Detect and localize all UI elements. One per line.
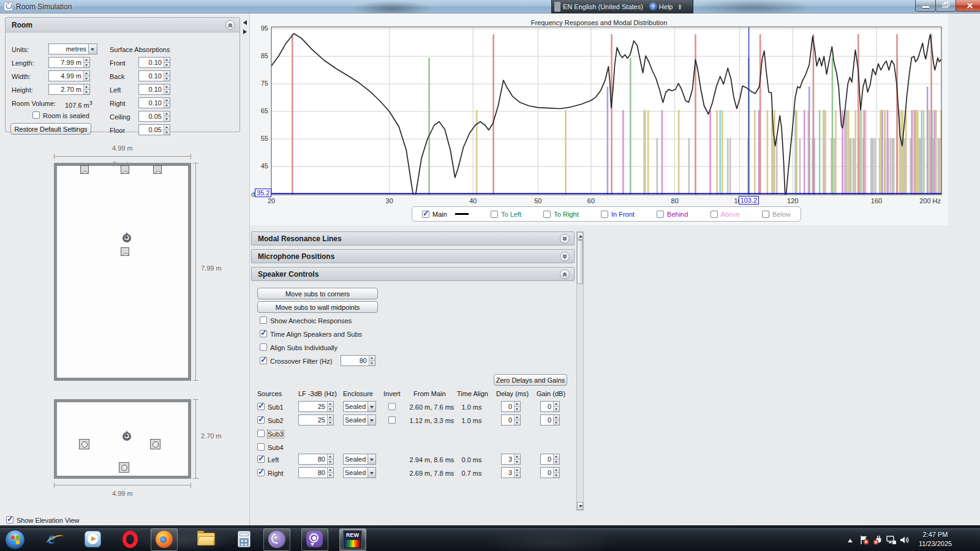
- sub4-enable-checkbox[interactable]: [257, 443, 265, 451]
- legend-item-to-right[interactable]: To Right: [543, 211, 578, 218]
- taskbar-clock[interactable]: 2:47 PM 11/23/2025: [909, 530, 962, 549]
- sub2-lf-input[interactable]: 25: [298, 414, 334, 425]
- elevation-right-speaker-icon[interactable]: [150, 439, 160, 449]
- right-lf-input[interactable]: 80: [298, 467, 334, 478]
- length-input[interactable]: 7.99 m: [48, 57, 90, 68]
- left-gain-input[interactable]: 0: [540, 454, 560, 465]
- width-input[interactable]: 4.99 m: [48, 70, 90, 81]
- file-explorer-icon[interactable]: [197, 531, 215, 546]
- frequency-response-chart[interactable]: Frequency Responses and Modal Distributi…: [250, 17, 948, 207]
- title-bar[interactable]: Room Simulation EN English (United State…: [0, 0, 980, 13]
- scrollbar-thumb[interactable]: [577, 240, 583, 284]
- center-speaker-icon[interactable]: [121, 165, 129, 174]
- minimize-button[interactable]: [915, 0, 936, 12]
- legend-checkbox[interactable]: [543, 211, 551, 218]
- sub2-delay-input[interactable]: 0: [501, 414, 521, 425]
- section-speaker-controls[interactable]: Speaker Controls: [251, 267, 575, 281]
- legend-item-above[interactable]: Above: [710, 211, 740, 218]
- legend-item-main[interactable]: Main: [422, 211, 469, 218]
- language-options-icon[interactable]: ▲▼: [677, 4, 682, 10]
- left-delay-input[interactable]: 3: [501, 454, 521, 465]
- legend-checkbox[interactable]: [762, 211, 769, 218]
- close-button[interactable]: [956, 0, 980, 12]
- move-subs-midpoints-button[interactable]: Move subs to wall midpoints: [257, 301, 378, 313]
- viber-icon[interactable]: [306, 531, 323, 547]
- absorption-front-input[interactable]: 0.10: [138, 57, 170, 68]
- legend-checkbox[interactable]: [422, 211, 429, 218]
- language-bar-grip[interactable]: [554, 2, 560, 12]
- legend-checkbox[interactable]: [491, 211, 498, 218]
- legend-checkbox[interactable]: [601, 211, 608, 218]
- legend-item-in-front[interactable]: In Front: [601, 211, 635, 218]
- sub1-invert-checkbox[interactable]: [388, 403, 396, 410]
- sub1-enable-checkbox[interactable]: [257, 403, 265, 410]
- right-speaker-icon[interactable]: [153, 165, 162, 174]
- move-subs-corners-button[interactable]: Move subs to corners: [257, 288, 378, 299]
- legend-item-below[interactable]: Below: [762, 211, 791, 218]
- language-help-label[interactable]: Help: [659, 3, 673, 10]
- rew-icon[interactable]: REW V5.1: [343, 530, 362, 549]
- section-microphone-positions[interactable]: Microphone Positions: [251, 249, 575, 263]
- help-icon[interactable]: ?: [649, 2, 657, 10]
- sub1-delay-input[interactable]: 0: [501, 401, 521, 412]
- show-elevation-checkbox[interactable]: [6, 516, 13, 523]
- height-input[interactable]: 2.70 m: [48, 84, 90, 95]
- sub-speaker-icon[interactable]: [121, 247, 129, 256]
- legend-item-behind[interactable]: Behind: [657, 211, 688, 218]
- start-button[interactable]: [5, 530, 25, 550]
- sub2-invert-checkbox[interactable]: [388, 416, 396, 424]
- right-delay-input[interactable]: 3: [501, 467, 521, 478]
- sub2-enclosure-select[interactable]: Sealed: [343, 414, 376, 425]
- network-icon[interactable]: [886, 534, 897, 545]
- legend-checkbox[interactable]: [657, 211, 664, 218]
- expand-section-icon[interactable]: [560, 234, 570, 244]
- absorption-right-input[interactable]: 0.10: [138, 97, 170, 108]
- legend-checkbox[interactable]: [710, 211, 718, 218]
- bittorrent-icon[interactable]: [268, 531, 285, 548]
- scroll-down-icon[interactable]: [577, 502, 583, 510]
- absorption-ceiling-input[interactable]: 0.05: [138, 111, 170, 122]
- collapse-section-icon[interactable]: [560, 269, 570, 279]
- sub2-gain-input[interactable]: 0: [540, 414, 560, 425]
- firefox-icon[interactable]: [156, 531, 173, 548]
- restore-defaults-button[interactable]: Restore Default Settings: [10, 123, 91, 135]
- left-speaker-icon[interactable]: [80, 165, 89, 174]
- collapse-room-icon[interactable]: [225, 20, 235, 30]
- media-player-icon[interactable]: [85, 531, 101, 547]
- language-bar[interactable]: EN English (United States) ? Help ▲▼: [551, 0, 693, 13]
- show-anechoic-checkbox[interactable]: [260, 317, 267, 324]
- expand-left-pane-icon[interactable]: [243, 29, 247, 34]
- absorption-left-input[interactable]: 0.10: [138, 84, 170, 95]
- collapse-left-pane-icon[interactable]: [243, 20, 247, 25]
- absorption-floor-input[interactable]: 0.05: [138, 124, 170, 135]
- sub1-gain-input[interactable]: 0: [540, 401, 560, 412]
- restore-button[interactable]: [935, 0, 956, 12]
- listener-icon[interactable]: +: [123, 233, 132, 242]
- tray-expand-icon[interactable]: [848, 539, 853, 542]
- absorption-back-input[interactable]: 0.10: [138, 70, 170, 81]
- units-select[interactable]: metres: [48, 43, 97, 54]
- crossover-input[interactable]: 80: [341, 355, 375, 366]
- chart-plot[interactable]: [250, 17, 948, 207]
- left-lf-input[interactable]: 80: [298, 454, 334, 465]
- calculator-icon[interactable]: [238, 531, 251, 547]
- internet-explorer-icon[interactable]: e: [47, 531, 64, 548]
- top-view-room[interactable]: [54, 163, 191, 381]
- align-subs-checkbox[interactable]: [260, 343, 267, 351]
- time-align-checkbox[interactable]: [260, 330, 267, 337]
- room-sealed-checkbox[interactable]: [32, 111, 40, 119]
- right-gain-input[interactable]: 0: [540, 467, 560, 478]
- elevation-listener-icon[interactable]: +: [123, 431, 132, 441]
- legend-item-to-left[interactable]: To Left: [491, 211, 521, 218]
- elevation-left-speaker-icon[interactable]: [79, 439, 89, 449]
- sub1-enclosure-select[interactable]: Sealed: [343, 401, 376, 412]
- sub3-enable-checkbox[interactable]: [257, 430, 265, 437]
- sub1-lf-input[interactable]: 25: [298, 401, 334, 412]
- expand-section-icon[interactable]: [560, 252, 570, 261]
- crossover-checkbox[interactable]: [260, 357, 267, 364]
- panel-scrollbar[interactable]: [576, 231, 584, 511]
- left-enclosure-select[interactable]: Sealed: [343, 454, 376, 465]
- opera-icon[interactable]: [123, 531, 138, 548]
- sub2-enable-checkbox[interactable]: [257, 416, 265, 424]
- power-plug-icon[interactable]: [872, 534, 883, 545]
